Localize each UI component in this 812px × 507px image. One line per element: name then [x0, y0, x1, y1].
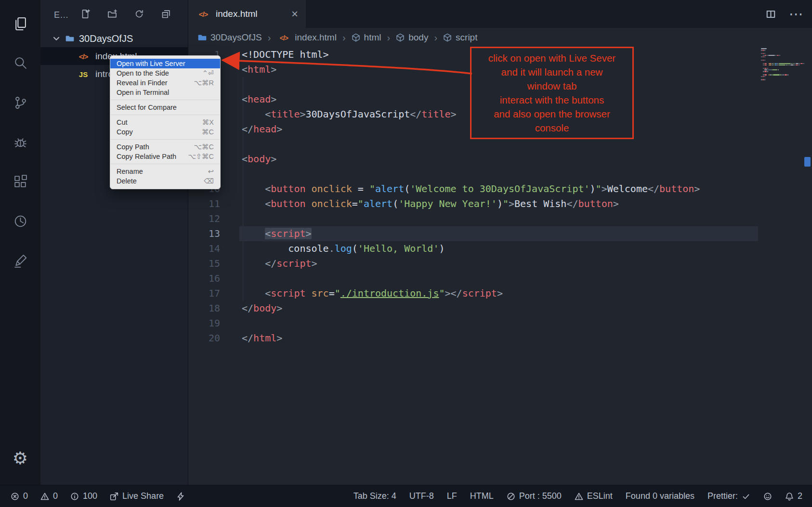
code-line-14[interactable]: 14 console.log('Hello, World') [188, 241, 812, 256]
split-editor-icon[interactable] [766, 10, 775, 19]
code-line-13[interactable]: 13 <script> [188, 226, 812, 241]
debug-icon [13, 134, 28, 150]
menu-separator [111, 115, 220, 115]
code-line-10[interactable]: 10 <button onclick = "alert('Welcome to … [188, 182, 812, 196]
activity-source-control[interactable] [0, 83, 40, 122]
smiley-icon [763, 492, 772, 501]
js-file-icon [76, 69, 91, 79]
activity-items [0, 0, 40, 280]
activity-extensions[interactable] [0, 162, 40, 201]
code-text: <script src="./introduction.js"></script… [220, 286, 503, 301]
code-text [220, 316, 242, 331]
annotation-line: and it will launch a new [473, 65, 630, 79]
menu-item-label: Open to the Side [117, 69, 169, 77]
explorer-icon [13, 16, 28, 32]
activity-search[interactable] [0, 43, 40, 83]
menu-item-copy-path[interactable]: Copy Path⌥⌘C [110, 142, 220, 152]
toolbar-new-folder[interactable] [107, 9, 117, 21]
breadcrumb-body[interactable]: body [396, 32, 428, 43]
chevron-down-icon [52, 34, 61, 43]
toolbar-refresh[interactable] [134, 9, 144, 21]
menu-item-rename[interactable]: Rename↩ [110, 167, 220, 176]
code-text: <script> [220, 226, 312, 241]
status-live-share[interactable]: Live Share [110, 491, 164, 501]
code-text: </script> [220, 256, 317, 271]
code-text: <head> [220, 92, 276, 107]
status-language-mode[interactable]: HTML [470, 491, 494, 501]
status-live-server-port[interactable]: Port : 5500 [507, 491, 562, 501]
explorer-header: E… [40, 0, 188, 30]
menu-item-open-with-live-server[interactable]: Open with Live Server [110, 59, 220, 68]
html-file-icon [76, 51, 91, 62]
line-number: 15 [188, 256, 220, 271]
annotation-line: interact with the buttons [473, 93, 630, 107]
breadcrumb-index-html[interactable]: index.html [276, 32, 337, 43]
code-line-9[interactable]: 9 [188, 167, 812, 182]
menu-item-select-for-compare[interactable]: Select for Compare [110, 103, 220, 112]
menu-item-open-to-the-side[interactable]: Open to the Side⌃⏎ [110, 68, 220, 78]
menu-item-copy[interactable]: Copy⌘C [110, 127, 220, 137]
code-line-12[interactable]: 12 [188, 211, 812, 226]
line-number: 18 [188, 301, 220, 316]
status-prettier[interactable]: Prettier: [707, 491, 750, 501]
breadcrumb-30daysofjs[interactable]: 30DaysOfJS [198, 32, 262, 43]
context-menu: Open with Live ServerOpen to the Side⌃⏎R… [110, 55, 221, 189]
menu-item-reveal-in-finder[interactable]: Reveal in Finder⌥⌘R [110, 78, 220, 88]
code-line-19[interactable]: 19 [188, 316, 812, 331]
menu-item-open-in-terminal[interactable]: Open in Terminal [110, 88, 220, 97]
menu-item-cut[interactable]: Cut⌘X [110, 117, 220, 127]
menu-item-delete[interactable]: Delete⌫ [110, 176, 220, 186]
status-bolt[interactable] [176, 492, 185, 501]
activity-settings[interactable] [13, 439, 28, 478]
code-line-16[interactable]: 16 [188, 271, 812, 286]
warning-icon [40, 492, 49, 501]
tab-index-html[interactable]: index.html [188, 0, 306, 28]
chevron-right-icon: › [387, 32, 391, 43]
status-eol[interactable]: LF [447, 491, 457, 501]
status-info-count[interactable]: 100 [70, 491, 97, 501]
status-errors[interactable]: 0 [11, 491, 28, 501]
folder-icon [65, 34, 74, 43]
code-line-20[interactable]: 20</html> [188, 331, 812, 346]
menu-item-label: Select for Compare [117, 104, 177, 111]
code-line-11[interactable]: 11 <button onclick="alert('Happy New Yea… [188, 196, 812, 211]
tab-label: index.html [216, 9, 286, 19]
status-bar: 00100Live Share Tab Size: 4UTF-8LFHTMLPo… [0, 485, 812, 507]
breadcrumb-label: script [456, 32, 477, 43]
status-encoding[interactable]: UTF-8 [409, 491, 434, 501]
more-actions-icon[interactable] [789, 7, 803, 21]
activity-debug[interactable] [0, 122, 40, 162]
status-tab-size[interactable]: Tab Size: 4 [354, 491, 396, 501]
toolbar-new-file[interactable] [80, 9, 90, 21]
menu-item-shortcut: ⌥⌘C [194, 143, 214, 151]
overview-ruler-cursor [804, 157, 811, 167]
code-line-18[interactable]: 18</body> [188, 301, 812, 316]
code-text [220, 271, 242, 286]
clock-icon [13, 213, 28, 229]
menu-separator [111, 164, 220, 164]
line-number: 14 [188, 241, 220, 256]
code-line-8[interactable]: 8<body> [188, 152, 812, 167]
minimap[interactable] [761, 48, 807, 81]
activity-pen[interactable] [0, 241, 40, 280]
breadcrumb-html[interactable]: html [352, 32, 381, 43]
code-line-15[interactable]: 15 </script> [188, 256, 812, 271]
code-line-17[interactable]: 17 <script src="./introduction.js"></scr… [188, 286, 812, 301]
menu-item-copy-relative-path[interactable]: Copy Relative Path⌥⇧⌘C [110, 152, 220, 161]
breadcrumb-script[interactable]: script [443, 32, 477, 43]
status-eslint[interactable]: ESLint [575, 491, 613, 501]
port-icon [507, 492, 515, 501]
menu-item-label: Open with Live Server [117, 60, 185, 67]
status-notifications[interactable]: 2 [785, 491, 802, 501]
share-icon [110, 492, 118, 501]
status-warnings[interactable]: 0 [40, 491, 58, 501]
toolbar-collapse-all[interactable] [161, 9, 171, 21]
status-variables[interactable]: Found 0 variables [626, 491, 694, 501]
status-feedback[interactable] [763, 492, 772, 501]
folder-30DaysOfJS[interactable]: 30DaysOfJS [40, 30, 188, 47]
annotation-line: and also open the browser [473, 107, 630, 121]
activity-explorer[interactable] [0, 4, 40, 43]
activity-clock[interactable] [0, 201, 40, 241]
code-text [220, 167, 242, 182]
tab-close-icon[interactable] [291, 8, 298, 20]
